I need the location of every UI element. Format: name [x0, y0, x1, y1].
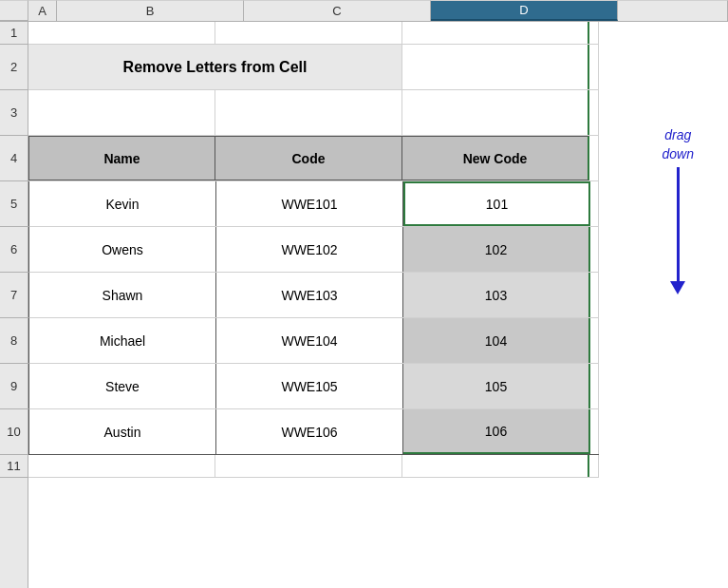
cell-d7[interactable]: 103: [403, 273, 590, 317]
drag-text: dragdown: [663, 126, 694, 163]
col-header-b[interactable]: B: [57, 0, 244, 21]
col-header-rest: [618, 0, 728, 21]
row-10: Austin WWE106 106: [28, 409, 599, 455]
col-header-d[interactable]: D: [431, 0, 618, 21]
cell-b1[interactable]: [28, 22, 215, 44]
cell-rest-3: [589, 90, 599, 135]
row-6: Owens WWE102 102: [28, 227, 599, 273]
row-num-2[interactable]: 2: [0, 45, 28, 90]
grid-area-wrapper: Remove Letters from Cell Name: [28, 22, 599, 588]
cell-rest-6: [590, 227, 599, 272]
cell-c1[interactable]: [215, 22, 402, 44]
drag-arrow-line: [677, 167, 680, 281]
row-5: Kevin WWE101 101: [28, 181, 599, 227]
cell-c5[interactable]: WWE101: [216, 181, 403, 226]
col-header-a[interactable]: A: [28, 0, 57, 21]
row-num-1[interactable]: 1: [0, 22, 28, 45]
cell-b6[interactable]: Owens: [29, 227, 216, 272]
cell-b11[interactable]: [28, 455, 215, 477]
cell-d8[interactable]: 104: [403, 318, 590, 363]
row-3: [28, 90, 599, 136]
cell-d6[interactable]: 102: [403, 227, 590, 272]
cell-rest-8: [590, 318, 599, 363]
cell-rest-4: [589, 136, 599, 180]
cell-b7[interactable]: Shawn: [29, 273, 216, 317]
row-1: [28, 22, 599, 45]
row-num-6[interactable]: 6: [0, 227, 28, 273]
cell-b9[interactable]: Steve: [29, 364, 216, 408]
cell-b10[interactable]: Austin: [29, 409, 216, 454]
drag-annotation: dragdown: [663, 126, 694, 294]
cell-d5[interactable]: 101: [403, 181, 590, 226]
row-num-5[interactable]: 5: [0, 181, 28, 227]
cell-title[interactable]: Remove Letters from Cell: [28, 45, 402, 89]
cell-d11[interactable]: [402, 455, 589, 477]
cell-c8[interactable]: WWE104: [216, 318, 403, 363]
row-num-10[interactable]: 10: [0, 409, 28, 455]
cell-header-name[interactable]: Name: [28, 136, 215, 180]
row-11: [28, 455, 599, 478]
cell-c11[interactable]: [215, 455, 402, 477]
cell-rest-7: [590, 273, 599, 317]
row-num-3[interactable]: 3: [0, 90, 28, 136]
grid-area: Remove Letters from Cell Name: [28, 22, 599, 588]
cell-b5[interactable]: Kevin: [29, 181, 216, 226]
cell-d3[interactable]: [402, 90, 589, 135]
cell-c7[interactable]: WWE103: [216, 273, 403, 317]
row-num-11[interactable]: 11: [0, 455, 28, 478]
row-num-8[interactable]: 8: [0, 318, 28, 364]
cell-c10[interactable]: WWE106: [216, 409, 403, 454]
cell-b3[interactable]: [28, 90, 215, 135]
cell-d9[interactable]: 105: [403, 364, 590, 408]
row-num-9[interactable]: 9: [0, 364, 28, 409]
spreadsheet: A B C D 1 2 3 4 5 6 7 8 9 10 11: [0, 0, 728, 588]
column-headers: A B C D: [0, 0, 728, 22]
cell-header-code[interactable]: Code: [215, 136, 402, 180]
row-7: Shawn WWE103 103: [28, 273, 599, 318]
cell-header-newcode[interactable]: New Code: [402, 136, 589, 180]
cell-rest-10: [590, 409, 599, 454]
corner-cell: [0, 0, 28, 21]
drag-arrow-head: [670, 281, 685, 294]
cell-b8[interactable]: Michael: [29, 318, 216, 363]
cell-rest-2: [589, 45, 599, 89]
cell-c9[interactable]: WWE105: [216, 364, 403, 408]
cell-d10[interactable]: 106: [403, 409, 590, 454]
cell-c6[interactable]: WWE102: [216, 227, 403, 272]
row-numbers: 1 2 3 4 5 6 7 8 9 10 11: [0, 22, 28, 588]
cell-d2[interactable]: [402, 45, 589, 89]
row-2: Remove Letters from Cell: [28, 45, 599, 90]
cell-rest-1: [589, 22, 599, 44]
grid-rows: Remove Letters from Cell Name: [28, 22, 599, 478]
cell-rest-5: [590, 181, 599, 226]
row-8: Michael WWE104 104: [28, 318, 599, 364]
cell-d1[interactable]: [402, 22, 589, 44]
cell-rest-11: [589, 455, 599, 477]
row-4: Name Code New Code: [28, 136, 599, 181]
row-num-4[interactable]: 4: [0, 136, 28, 181]
main-area: 1 2 3 4 5 6 7 8 9 10 11: [0, 22, 728, 588]
row-num-7[interactable]: 7: [0, 273, 28, 318]
row-9: Steve WWE105 105: [28, 364, 599, 409]
cell-c3[interactable]: [215, 90, 402, 135]
cell-rest-9: [590, 364, 599, 408]
col-header-c[interactable]: C: [244, 0, 431, 21]
